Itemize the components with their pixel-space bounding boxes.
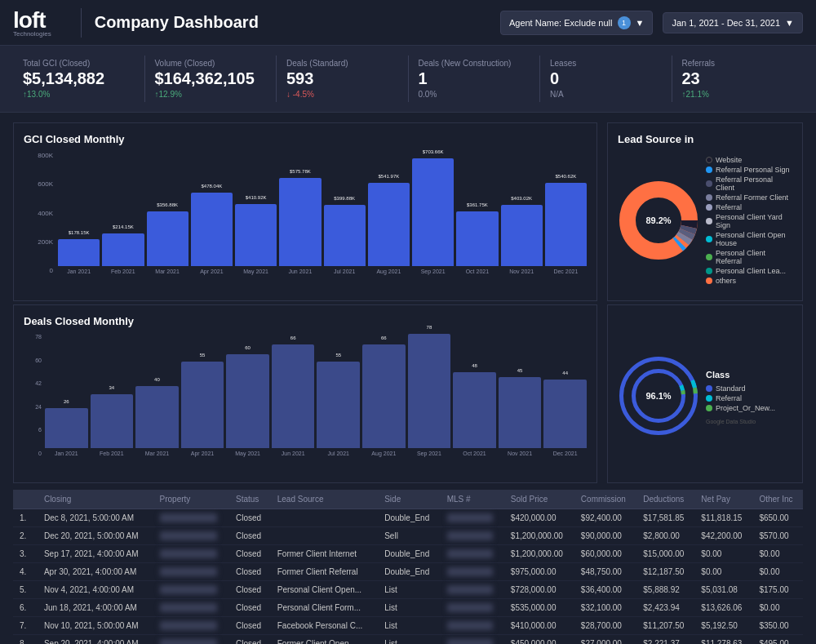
deals-bar-wrap: 26Jan 2021 [45,334,88,456]
col-num [13,490,38,509]
svg-text:96.1%: 96.1% [645,391,671,401]
deals-chart: Deals Closed Monthly 78 60 42 24 6 0 26J… [13,304,597,483]
col-commission: Commission [574,490,636,509]
bar-wrap: $478.04KApr 2021 [191,152,233,274]
deals-table: Closing Property Status Lead Source Side… [13,490,803,644]
gci-bars: $178.15KJan 2021$214.15KFeb 2021$356.88K… [58,152,587,274]
deals-bar[interactable]: 40 [135,386,179,449]
gci-bar[interactable]: $575.78K [279,178,321,266]
col-lead-source: Lead Source [271,490,378,509]
deals-bar[interactable]: 66 [272,344,315,449]
col-side: Side [378,490,440,509]
gci-bar[interactable]: $356.88K [147,211,188,267]
gci-bar[interactable]: $399.88K [324,205,366,266]
page-title: Company Dashboard [95,13,500,32]
deals-bar-wrap: 55Jul 2021 [317,334,360,456]
deals-bar-wrap: 55Apr 2021 [181,334,224,456]
gci-bar[interactable]: $541.97K [368,183,410,266]
class-chart-content: 96.1% Class Standard Referral Project_Or… [618,322,792,473]
col-sold-price: Sold Price [504,490,574,509]
deals-bar-wrap: 66Jun 2021 [272,334,315,456]
gci-bar[interactable]: $361.75K [456,211,498,267]
deals-bars: 26Jan 202134Feb 202140Mar 202155Apr 2021… [45,334,587,456]
date-filter-chevron: ▼ [785,18,794,28]
logo-divider [81,8,82,38]
class-donut: 96.1% [618,355,699,439]
logo-area: loft Technologies [13,7,51,38]
gci-chart-title: GCI Closed Monthly [24,133,587,145]
col-mls: MLS # [441,490,504,509]
agent-filter-chevron: ▼ [636,18,645,28]
bar-wrap: $399.88KJul 2021 [324,152,366,274]
bar-wrap: $541.97KAug 2021 [368,152,410,274]
deals-bar-wrap: 66Aug 2021 [362,334,406,456]
lead-source-content: 89.2% Website Referral Personal Sign Ref… [618,152,792,291]
charts-section-top: GCI Closed Monthly 800K 600K 400K 200K 0… [0,113,816,301]
deals-bar-wrap: 34Feb 2021 [91,334,134,456]
svg-text:89.2%: 89.2% [645,215,671,225]
bar-wrap: $178.15KJan 2021 [58,152,100,274]
kpi-item-0: Total GCI (Closed) $5,134,882 ↑13.0% [13,56,145,102]
bar-wrap: $356.88KMar 2021 [147,152,188,274]
table-row: 4. Apr 30, 2021, 4:00:00 AM ██████████ C… [13,563,803,581]
table-body: 1. Dec 8, 2021, 5:00:00 AM ██████████ Cl… [13,509,803,645]
logo-sub: Technologies [13,30,51,38]
class-chart-title: Class [706,370,775,380]
deals-bar[interactable]: 45 [499,377,542,448]
agent-filter[interactable]: Agent Name: Exclude null 1 ▼ [500,11,653,35]
table-row: 2. Dec 20, 2021, 5:00:00 AM ██████████ C… [13,527,803,545]
gci-chart-area: 800K 600K 400K 200K 0 $178.15KJan 2021$2… [24,152,587,291]
header: loft Technologies Company Dashboard Agen… [0,0,816,46]
lead-source-chart: Lead Source in 89.2% Website Referral Pe… [607,122,803,301]
deals-bar[interactable]: 48 [453,372,496,448]
table-row: 6. Jun 18, 2021, 4:00:00 AM ██████████ C… [13,599,803,617]
deals-bar-wrap: 44Dec 2021 [543,334,587,456]
deals-bar[interactable]: 66 [362,344,406,449]
gci-bar[interactable]: $478.04K [191,193,233,266]
bar-wrap: $403.02KNov 2021 [501,152,543,274]
deals-chart-area: 78 60 42 24 6 0 26Jan 202134Feb 202140Ma… [24,334,587,473]
y-axis-gci: 800K 600K 400K 200K 0 [24,152,56,274]
deals-bar-wrap: 40Mar 2021 [135,334,179,456]
deals-bar-wrap: 48Oct 2021 [453,334,496,456]
col-deductions: Deductions [636,490,694,509]
deals-bar[interactable]: 34 [91,394,134,448]
deals-chart-title: Deals Closed Monthly [24,315,587,327]
bar-wrap: $703.66KSep 2021 [412,152,454,274]
gci-bar[interactable]: $410.92K [235,204,277,267]
deals-bar[interactable]: 26 [45,408,88,449]
agent-filter-badge: 1 [618,16,631,29]
date-filter[interactable]: Jan 1, 2021 - Dec 31, 2021 ▼ [663,12,803,33]
bar-wrap: $361.75KOct 2021 [456,152,498,274]
deals-bar[interactable]: 55 [181,362,224,449]
lead-source-legend: Website Referral Personal Sign Referral … [706,156,792,286]
table-row: 8. Sep 20, 2021, 4:00:00 AM ██████████ C… [13,635,803,645]
deals-bar[interactable]: 44 [543,380,587,448]
lead-source-title: Lead Source in [618,133,792,145]
gci-bar[interactable]: $540.62K [545,183,587,266]
kpi-item-4: Leases 0 N/A [540,56,672,102]
gci-bar[interactable]: $703.66K [412,158,454,266]
deals-bar-wrap: 60May 2021 [226,334,269,456]
kpi-item-2: Deals (Standard) 593 ↓ -4.5% [277,56,409,102]
gci-chart: GCI Closed Monthly 800K 600K 400K 200K 0… [13,122,597,301]
lead-source-donut: 89.2% [618,180,699,264]
col-other-inc: Other Inc [752,490,803,509]
class-chart: 96.1% Class Standard Referral Project_Or… [607,304,803,483]
gci-bar[interactable]: $214.15K [102,233,144,267]
gci-bar[interactable]: $403.02K [501,205,543,266]
deals-bar[interactable]: 60 [226,354,269,449]
col-property: Property [153,490,229,509]
table-section: Closing Property Status Lead Source Side… [0,483,816,644]
table-row: 1. Dec 8, 2021, 5:00:00 AM ██████████ Cl… [13,509,803,527]
kpi-bar: Total GCI (Closed) $5,134,882 ↑13.0% Vol… [0,46,816,113]
gci-bar[interactable]: $178.15K [58,239,100,266]
deals-bar[interactable]: 55 [317,362,360,449]
class-legend: Class Standard Referral Project_Or_New..… [706,370,775,424]
kpi-item-5: Referrals 23 ↑21.1% [672,56,804,102]
bar-wrap: $575.78KJun 2021 [279,152,321,274]
deals-bar[interactable]: 78 [408,334,451,448]
kpi-item-3: Deals (New Construction) 1 0.0% [409,56,541,102]
col-status: Status [229,490,271,509]
kpi-item-1: Volume (Closed) $164,362,105 ↑12.9% [145,56,277,102]
